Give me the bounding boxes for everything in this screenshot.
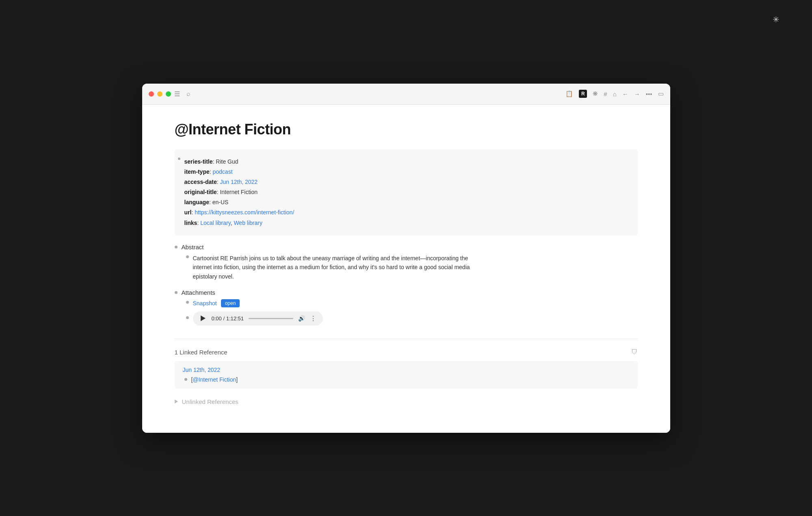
snapshot-bullet [186, 301, 189, 304]
series-title-row: series-title: Rite Gud [184, 157, 628, 167]
language-label: language [184, 199, 209, 205]
hashtag-icon[interactable]: # [604, 91, 607, 97]
linked-refs-title: 1 Linked Reference [175, 349, 227, 356]
extensions-icon[interactable]: ❋ [593, 90, 598, 97]
metadata-bullet [178, 158, 180, 160]
abstract-header: Abstract [175, 244, 638, 250]
abstract-text: Cartoonist RE Parrish joins us to talk a… [193, 254, 477, 281]
metadata-block: series-title: Rite Gud item-type: podcas… [175, 149, 638, 235]
language-row: language: en-US [184, 197, 628, 207]
links-label: links [184, 220, 197, 226]
maximize-button[interactable] [166, 91, 171, 97]
item-type-link[interactable]: podcast [213, 168, 233, 175]
svg-marker-0 [201, 315, 206, 321]
close-button[interactable] [149, 91, 154, 97]
unlinked-expand-icon[interactable] [175, 399, 178, 404]
original-title-value: Internet Fiction [220, 189, 258, 195]
url-label: url [184, 209, 192, 216]
app-window: ☰ ⌕ 📋 R ❋ # ⌂ ← → ••• ▭ @Internet Fictio… [142, 84, 670, 433]
ref-link[interactable]: @Internet Fiction [193, 376, 236, 383]
sidebar-icon[interactable]: ▭ [658, 90, 664, 97]
ref-bullet [184, 378, 187, 381]
attachments-header: Attachments [175, 289, 638, 296]
ref-content: [@Internet Fiction] [184, 376, 630, 383]
url-link[interactable]: https://kittysneezes.com/internet-fictio… [195, 209, 294, 216]
forward-icon[interactable]: → [634, 91, 640, 97]
access-date-label: access-date [184, 179, 217, 185]
audio-item: 0:00 / 1:12:51 🔊 ⋮ [186, 311, 638, 326]
audio-player: 0:00 / 1:12:51 🔊 ⋮ [193, 311, 323, 326]
item-type-label: item-type [184, 168, 210, 175]
abstract-section: Abstract Cartoonist RE Parrish joins us … [175, 244, 638, 281]
linked-ref-card: Jun 12th, 2022 [@Internet Fiction] [175, 361, 638, 389]
home-icon[interactable]: ⌂ [613, 91, 617, 97]
abstract-content: Cartoonist RE Parrish joins us to talk a… [186, 254, 638, 281]
links-row: links: Local library, Web library [184, 218, 628, 228]
language-value: en-US [212, 199, 229, 205]
traffic-lights [149, 91, 171, 97]
titlebar: ☰ ⌕ 📋 R ❋ # ⌂ ← → ••• ▭ [142, 84, 670, 105]
abstract-bullet [175, 246, 178, 248]
titlebar-left-controls: ☰ ⌕ [174, 90, 191, 98]
attachments-bullet [175, 291, 178, 294]
hamburger-icon[interactable]: ☰ [174, 90, 180, 98]
abstract-content-bullet [186, 255, 189, 258]
back-icon[interactable]: ← [622, 91, 628, 97]
search-icon[interactable]: ⌕ [186, 90, 191, 97]
original-title-label: original-title [184, 189, 217, 195]
item-type-row: item-type: podcast [184, 167, 628, 177]
volume-icon[interactable]: 🔊 [298, 315, 305, 322]
unlinked-refs: Unlinked References [175, 398, 638, 405]
titlebar-right-controls: 📋 R ❋ # ⌂ ← → ••• ▭ [565, 90, 663, 98]
audio-bullet [186, 316, 189, 319]
web-library-link[interactable]: Web library [234, 220, 262, 226]
audio-progress-bar[interactable] [249, 318, 293, 319]
r-badge[interactable]: R [579, 90, 587, 98]
local-library-link[interactable]: Local library [200, 220, 230, 226]
filter-icon[interactable]: ⛉ [631, 349, 638, 356]
audio-current-time: 0:00 / 1:12:51 [212, 315, 244, 322]
page-title: @Internet Fiction [175, 121, 638, 138]
access-date-link[interactable]: Jun 12th, 2022 [220, 179, 258, 185]
series-title-label: series-title [184, 158, 213, 165]
open-button[interactable]: open [221, 299, 240, 307]
section-divider [175, 339, 638, 339]
audio-more-icon[interactable]: ⋮ [310, 315, 316, 322]
attachments-section: Attachments Snapshot open [175, 289, 638, 326]
original-title-row: original-title: Internet Fiction [184, 187, 628, 197]
more-icon[interactable]: ••• [646, 91, 652, 97]
url-row: url: https://kittysneezes.com/internet-f… [184, 207, 628, 218]
ref-text: [@Internet Fiction] [191, 376, 238, 383]
snapshot-item: Snapshot open [186, 299, 638, 307]
unlinked-refs-label: Unlinked References [182, 398, 238, 405]
abstract-label: Abstract [182, 244, 204, 250]
access-date-row: access-date: Jun 12th, 2022 [184, 177, 628, 187]
attachments-label: Attachments [182, 289, 215, 296]
minimize-button[interactable] [157, 91, 162, 97]
play-button[interactable] [199, 315, 207, 322]
snapshot-row: Snapshot open [193, 299, 240, 307]
linked-refs-header: 1 Linked Reference ⛉ [175, 349, 638, 356]
series-title-value: Rite Gud [216, 158, 238, 165]
ref-date[interactable]: Jun 12th, 2022 [183, 367, 630, 373]
main-content: @Internet Fiction ✳ series-title: Rite G… [142, 105, 670, 433]
note-icon[interactable]: 📋 [565, 90, 573, 97]
snapshot-link[interactable]: Snapshot [193, 300, 217, 307]
